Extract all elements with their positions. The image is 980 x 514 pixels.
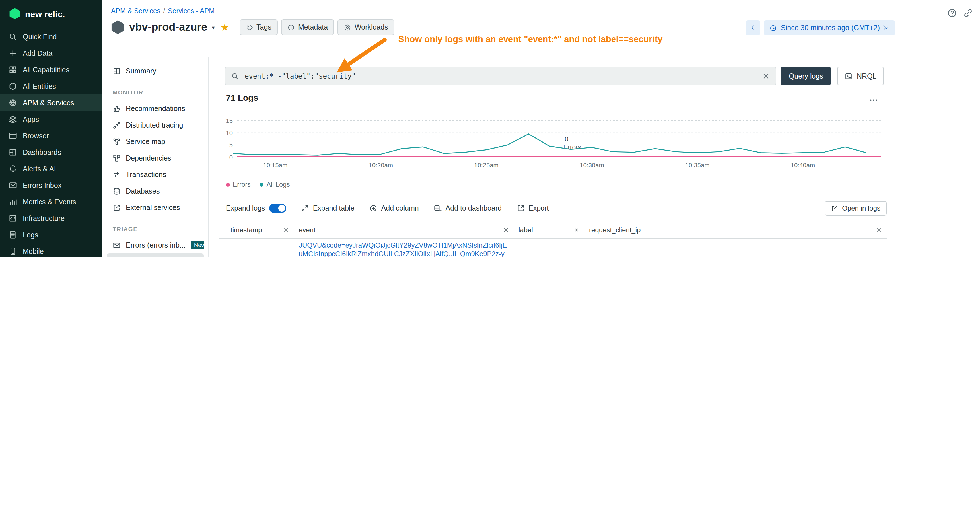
alert-icon — [8, 164, 17, 173]
subnav-item-distributed-tracing[interactable]: Distributed tracing — [107, 117, 204, 133]
column-request-client-ip-remove-icon[interactable] — [875, 226, 882, 233]
log-query-row: Query logs NRQL — [225, 67, 884, 85]
svg-text:15: 15 — [226, 117, 233, 124]
legend-all-logs[interactable]: All Logs — [260, 181, 290, 188]
metadata-button[interactable]: Metadata — [281, 19, 334, 35]
svg-text:10:15am: 10:15am — [263, 162, 288, 169]
subnav-item-label: Transactions — [126, 170, 166, 178]
column-header-request-client-ip[interactable]: request_client_ip — [584, 222, 887, 238]
grid-icon — [8, 65, 17, 74]
legend-errors[interactable]: Errors — [226, 181, 251, 188]
add-column-button[interactable]: Add column — [369, 204, 419, 212]
logs-timeseries-chart: 05101510:15am10:20am10:25am10:30am10:35a… — [219, 113, 887, 172]
sidebar-item-infrastructure[interactable]: Infrastructure — [0, 210, 102, 226]
subnav-item-summary[interactable]: Summary — [107, 63, 204, 79]
chart-legend: ErrorsAll Logs — [226, 181, 290, 188]
sidebar-item-errors-inbox[interactable]: Errors Inbox — [0, 177, 102, 194]
sidebar-item-add-data[interactable]: Add Data — [0, 45, 102, 62]
deps-icon — [113, 154, 121, 162]
sidebar-item-mobile[interactable]: Mobile — [0, 243, 102, 257]
column-label: event — [299, 226, 315, 234]
subnav-item-databases[interactable]: Databases — [107, 183, 204, 199]
sidebar-item-apm-services[interactable]: APM & Services — [0, 94, 102, 111]
favorite-star-icon[interactable]: ★ — [221, 21, 229, 33]
more-options-icon[interactable] — [869, 95, 878, 105]
column-label-remove-icon[interactable] — [573, 226, 580, 233]
legend-label: Errors — [233, 181, 251, 188]
table-row[interactable]: JUQVU&code=eyJraWQiOiJjcGltY29yZV8wOTl1M… — [219, 239, 887, 257]
add-column-label: Add column — [381, 204, 419, 212]
column-header-label[interactable]: label — [514, 222, 584, 238]
breadcrumb-services-apm[interactable]: Services - APM — [168, 7, 215, 15]
new-relic-logo[interactable]: new relic. — [0, 0, 102, 29]
column-header-event[interactable]: event — [294, 222, 514, 238]
subnav-item-dependencies[interactable]: Dependencies — [107, 150, 204, 166]
sidebar-item-alerts-ai[interactable]: Alerts & AI — [0, 161, 102, 177]
sidebar-item-label: Mobile — [23, 247, 44, 255]
log-search-input[interactable] — [243, 72, 757, 81]
export-icon — [517, 204, 525, 212]
time-picker-label: Since 30 minutes ago (GMT+2) — [781, 24, 880, 32]
clear-search-icon[interactable] — [762, 72, 770, 80]
svg-text:10:25am: 10:25am — [474, 162, 498, 169]
subnav-item-external-services[interactable]: External services — [107, 199, 204, 216]
dashboard-icon — [8, 148, 17, 156]
sidebar-item-quick-find[interactable]: Quick Find — [0, 29, 102, 45]
apm-icon — [8, 99, 17, 107]
sidebar-item-apps[interactable]: Apps — [0, 111, 102, 127]
expand-table-button[interactable]: Expand table — [301, 204, 355, 212]
sidebar-item-label: Alerts & AI — [23, 165, 56, 173]
entity-hexagon-icon — [111, 21, 125, 34]
time-back-button[interactable] — [746, 21, 760, 35]
copy-link-icon[interactable] — [963, 8, 973, 18]
nrql-label: NRQL — [857, 72, 877, 80]
sidebar-item-all-entities[interactable]: All Entities — [0, 78, 102, 94]
primary-sidebar: new relic. Quick FindAdd DataAll Capabil… — [0, 0, 102, 257]
column-label: timestamp — [231, 226, 262, 234]
open-in-logs-button[interactable]: Open in logs — [824, 201, 887, 216]
entity-dropdown-caret-icon[interactable]: ▾ — [212, 24, 215, 30]
svg-text:5: 5 — [229, 142, 233, 148]
doc-icon — [8, 231, 17, 239]
logs-main-panel: Query logs NRQL 71 Logs 05101510:15am10:… — [209, 57, 980, 257]
expand-table-label: Expand table — [313, 204, 355, 212]
sidebar-item-label: Errors Inbox — [23, 181, 62, 189]
query-logs-button[interactable]: Query logs — [781, 67, 831, 85]
entity-name[interactable]: vbv-prod-azure — [129, 21, 207, 33]
sidebar-item-metrics-events[interactable]: Metrics & Events — [0, 194, 102, 210]
sidebar-item-dashboards[interactable]: Dashboards — [0, 144, 102, 161]
column-header-timestamp[interactable]: timestamp — [219, 222, 294, 238]
section-header-triage: TRIAGE — [113, 226, 208, 232]
time-picker[interactable]: Since 30 minutes ago (GMT+2) — [764, 21, 895, 35]
bars-icon — [8, 197, 17, 206]
new-relic-app: new relic. Quick FindAdd DataAll Capabil… — [0, 0, 980, 257]
tags-button[interactable]: Tags — [239, 19, 278, 35]
subnav-item-recommendations[interactable]: Recommendations — [107, 100, 204, 117]
external-link-icon — [830, 205, 838, 212]
workloads-button[interactable]: Workloads — [337, 19, 395, 35]
column-event-remove-icon[interactable] — [503, 226, 509, 233]
time-forward-button[interactable] — [881, 23, 888, 32]
column-timestamp-remove-icon[interactable] — [283, 226, 290, 233]
subnav-item-service-map[interactable]: Service map — [107, 133, 204, 150]
sidebar-item-label: Add Data — [23, 49, 52, 57]
phone-icon — [8, 247, 17, 256]
svg-text:10:30am: 10:30am — [580, 162, 604, 169]
logs-count-heading: 71 Logs — [226, 93, 258, 102]
export-button[interactable]: Export — [517, 204, 549, 212]
breadcrumb-apm-services[interactable]: APM & Services — [111, 7, 160, 15]
event-link[interactable]: JUQVU&code=eyJraWQiOiJjcGltY29yZV8wOTl1M… — [299, 241, 507, 257]
annotation-note: Show only logs with an event "event:*" a… — [398, 34, 717, 45]
sidebar-item-all-capabilities[interactable]: All Capabilities — [0, 62, 102, 78]
help-icon[interactable] — [947, 8, 957, 18]
svg-text:10: 10 — [226, 129, 233, 137]
browser-icon — [8, 132, 17, 140]
nrql-button[interactable]: NRQL — [837, 67, 884, 85]
subnav-item-logs[interactable]: Logs — [107, 253, 204, 257]
sidebar-item-browser[interactable]: Browser — [0, 127, 102, 144]
subnav-item-errors-errors-inb[interactable]: Errors (errors inb...New — [107, 237, 204, 253]
sidebar-item-logs[interactable]: Logs — [0, 226, 102, 243]
subnav-item-transactions[interactable]: Transactions — [107, 166, 204, 183]
expand-logs-toggle[interactable] — [269, 204, 286, 213]
add-to-dashboard-button[interactable]: Add to dashboard — [434, 204, 502, 212]
